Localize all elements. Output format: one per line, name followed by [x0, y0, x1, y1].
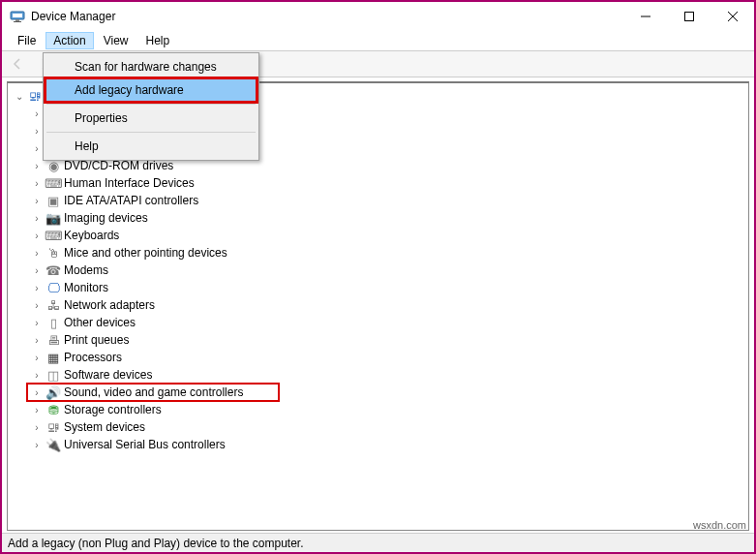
status-bar: Add a legacy (non Plug and Play) device …: [2, 533, 754, 552]
category-label: Modems: [64, 263, 108, 277]
tree-category[interactable]: ›🖵Monitors: [14, 279, 748, 296]
tree-category[interactable]: ›▦Processors: [14, 349, 748, 366]
tree-category[interactable]: ›⌨Human Interface Devices: [14, 174, 748, 192]
menu-separator: [46, 132, 256, 133]
menu-view[interactable]: View: [96, 32, 136, 49]
tree-category[interactable]: ›⌨Keyboards: [14, 227, 748, 244]
chevron-right-icon[interactable]: ›: [31, 299, 43, 311]
chevron-right-icon[interactable]: ›: [31, 125, 43, 137]
chevron-right-icon[interactable]: ›: [31, 177, 43, 189]
menu-bar: File Action View Help: [2, 31, 754, 50]
menu-action[interactable]: Action: [45, 32, 93, 49]
tree-category[interactable]: ›▯Other devices: [14, 314, 748, 331]
chevron-right-icon[interactable]: ›: [31, 212, 43, 224]
chevron-right-icon[interactable]: ›: [31, 352, 43, 363]
category-icon: 🖧: [45, 297, 61, 313]
chevron-down-icon[interactable]: ⌄: [14, 90, 25, 102]
chevron-right-icon[interactable]: ›: [31, 386, 43, 398]
tree-category[interactable]: ›⛃Storage controllers: [14, 401, 748, 418]
category-icon: ⛃: [45, 402, 61, 417]
category-icon: ▣: [45, 193, 61, 208]
tree-category[interactable]: ›🖱Mice and other pointing devices: [14, 244, 748, 262]
chevron-right-icon[interactable]: ›: [31, 317, 43, 328]
chevron-right-icon[interactable]: ›: [31, 230, 43, 241]
menu-help[interactable]: Help: [45, 135, 257, 158]
tree-category[interactable]: ›☎Modems: [14, 262, 748, 279]
computer-icon: 🖳: [27, 88, 43, 104]
svg-rect-3: [14, 21, 21, 22]
category-label: Network adapters: [64, 298, 155, 312]
chevron-right-icon[interactable]: ›: [31, 195, 43, 206]
tree-category[interactable]: ›▣IDE ATA/ATAPI controllers: [14, 192, 748, 209]
category-icon: ⌨: [45, 175, 61, 191]
category-label: Other devices: [64, 316, 136, 329]
category-icon: 🖱: [45, 245, 61, 261]
category-label: System devices: [64, 420, 145, 434]
category-label: Mice and other pointing devices: [64, 246, 227, 260]
menu-separator: [46, 104, 256, 105]
svg-rect-2: [15, 19, 19, 21]
category-icon: 🖵: [45, 280, 61, 295]
tree-category[interactable]: ›◫Software devices: [14, 366, 748, 384]
chevron-right-icon[interactable]: ›: [31, 108, 43, 119]
category-label: Human Interface Devices: [64, 176, 195, 190]
back-button: [6, 53, 29, 75]
category-label: DVD/CD-ROM drives: [64, 159, 173, 172]
tree-category[interactable]: ›🖳System devices: [14, 418, 748, 436]
category-icon: ☎: [45, 262, 61, 278]
tree-category[interactable]: ›🖶Print queues: [14, 331, 748, 349]
chevron-right-icon[interactable]: ›: [31, 404, 43, 416]
category-label: Imaging devices: [64, 211, 148, 225]
tree-category[interactable]: ›📷Imaging devices: [14, 209, 748, 227]
category-icon: ⌨: [45, 228, 61, 243]
category-label: Monitors: [64, 281, 108, 294]
category-icon: ▯: [45, 315, 61, 330]
category-icon: 🔌: [45, 437, 61, 452]
action-dropdown: Scan for hardware changes Add legacy har…: [43, 52, 259, 161]
menu-properties[interactable]: Properties: [45, 107, 257, 130]
category-label: Software devices: [64, 368, 152, 382]
close-button[interactable]: [711, 2, 754, 30]
chevron-right-icon[interactable]: ›: [31, 264, 43, 276]
svg-rect-1: [13, 14, 22, 17]
chevron-right-icon[interactable]: ›: [31, 439, 43, 450]
status-text: Add a legacy (non Plug and Play) device …: [8, 537, 304, 550]
category-label: Keyboards: [64, 229, 119, 242]
category-label: Universal Serial Bus controllers: [64, 438, 226, 451]
category-icon: 🔊: [45, 385, 61, 400]
category-icon: ▦: [45, 350, 61, 365]
tree-category[interactable]: ›🔌Universal Serial Bus controllers: [14, 436, 748, 453]
category-icon: 🖳: [45, 419, 61, 435]
window-title: Device Manager: [31, 10, 115, 23]
chevron-right-icon[interactable]: ›: [31, 282, 43, 293]
category-label: Processors: [64, 351, 122, 364]
chevron-right-icon[interactable]: ›: [31, 369, 43, 381]
category-label: Print queues: [64, 333, 129, 347]
category-icon: 📷: [45, 210, 61, 226]
category-icon: 🖶: [45, 332, 61, 348]
app-icon: [10, 9, 25, 24]
tree-category[interactable]: ›🔊Sound, video and game controllers: [27, 384, 279, 401]
minimize-button[interactable]: [623, 2, 667, 30]
menu-help[interactable]: Help: [138, 32, 178, 49]
svg-rect-5: [684, 12, 693, 20]
menu-file[interactable]: File: [10, 32, 44, 49]
chevron-right-icon[interactable]: ›: [31, 334, 43, 346]
category-label: IDE ATA/ATAPI controllers: [64, 194, 198, 207]
menu-scan-hardware[interactable]: Scan for hardware changes: [45, 55, 257, 78]
chevron-right-icon[interactable]: ›: [31, 142, 43, 154]
category-icon: ◫: [45, 367, 61, 383]
category-label: Storage controllers: [64, 403, 162, 416]
chevron-right-icon[interactable]: ›: [31, 247, 43, 259]
maximize-button[interactable]: [667, 2, 711, 30]
title-bar: Device Manager: [2, 2, 754, 31]
attribution-text: wsxdn.com: [693, 519, 746, 531]
chevron-right-icon[interactable]: ›: [31, 160, 43, 171]
tree-category[interactable]: ›🖧Network adapters: [14, 296, 748, 314]
menu-add-legacy-hardware[interactable]: Add legacy hardware: [45, 78, 257, 102]
category-label: Sound, video and game controllers: [64, 385, 243, 399]
chevron-right-icon[interactable]: ›: [31, 421, 43, 433]
